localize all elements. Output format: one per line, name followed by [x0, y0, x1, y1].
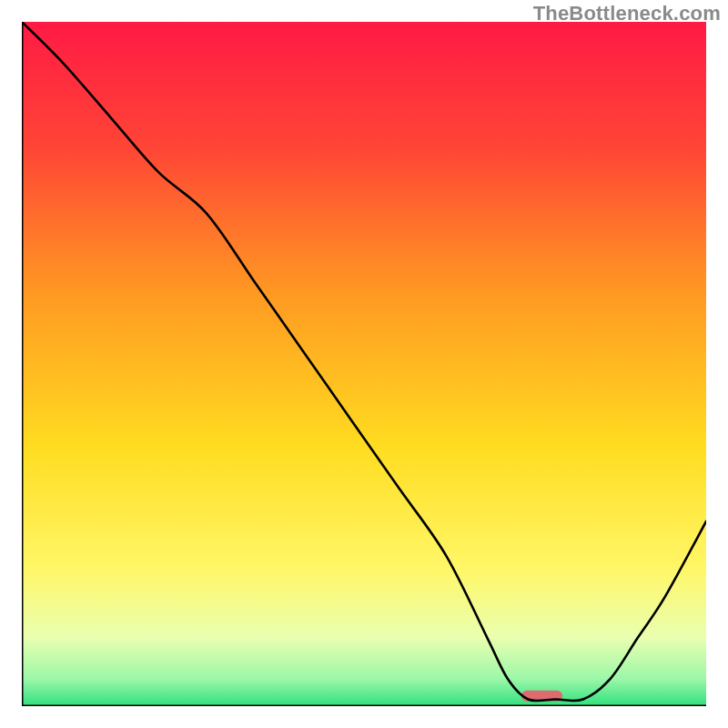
bottleneck-chart — [22, 22, 706, 706]
chart-container: TheBottleneck.com — [0, 0, 728, 728]
gradient-background — [22, 22, 706, 706]
plot-area — [22, 22, 706, 706]
